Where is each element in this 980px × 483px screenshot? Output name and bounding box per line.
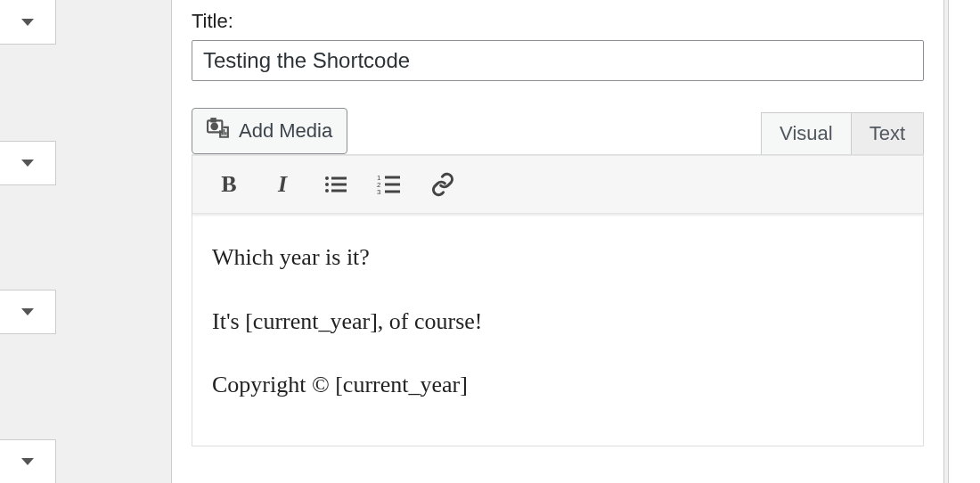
title-label: Title: [192, 10, 924, 33]
link-button[interactable] [428, 170, 458, 199]
tab-text[interactable]: Text [852, 112, 924, 154]
svg-rect-4 [331, 177, 347, 180]
editor-toolbar: B I 1 2 3 [192, 155, 923, 214]
svg-rect-10 [385, 176, 400, 179]
numbered-list-button[interactable]: 1 2 3 [374, 170, 404, 199]
widget-collapse-3[interactable] [0, 290, 56, 334]
svg-point-1 [211, 124, 217, 130]
editor-content[interactable]: Which year is it? It's [current_year], o… [192, 214, 923, 446]
chevron-down-icon [21, 308, 34, 315]
bold-button[interactable]: B [214, 170, 244, 199]
widget-collapse-4[interactable] [0, 439, 56, 483]
tab-visual[interactable]: Visual [761, 112, 852, 154]
widget-editor-panel: Title: Add Media Visual Text B I [171, 0, 944, 483]
content-line-3: Copyright © [current_year] [212, 368, 903, 402]
chevron-down-icon [21, 160, 34, 167]
neighbor-panel-edge [948, 0, 980, 483]
svg-rect-8 [331, 190, 347, 192]
italic-button[interactable]: I [267, 170, 298, 199]
add-media-button[interactable]: Add Media [192, 108, 347, 154]
svg-rect-6 [331, 184, 347, 186]
svg-rect-2 [211, 119, 215, 121]
svg-text:3: 3 [377, 188, 381, 195]
camera-media-icon [207, 118, 230, 144]
chevron-down-icon [21, 458, 34, 465]
editor-container: B I 1 2 3 [192, 154, 924, 446]
svg-point-7 [325, 189, 329, 192]
add-media-label: Add Media [239, 119, 332, 143]
widget-collapse-1[interactable] [0, 0, 56, 45]
content-line-1: Which year is it? [212, 241, 903, 274]
content-line-2: It's [current_year], of course! [212, 305, 903, 339]
widget-collapse-2[interactable] [0, 141, 56, 185]
title-input[interactable] [192, 40, 924, 81]
bullet-list-button[interactable] [321, 170, 351, 199]
editor-topbar: Add Media Visual Text [192, 108, 924, 154]
chevron-down-icon [21, 19, 34, 26]
svg-rect-12 [385, 184, 400, 186]
svg-point-5 [325, 183, 329, 186]
svg-point-3 [325, 176, 329, 180]
widget-sidebar [0, 0, 58, 483]
svg-rect-14 [385, 191, 400, 193]
editor-mode-tabs: Visual Text [761, 112, 924, 154]
